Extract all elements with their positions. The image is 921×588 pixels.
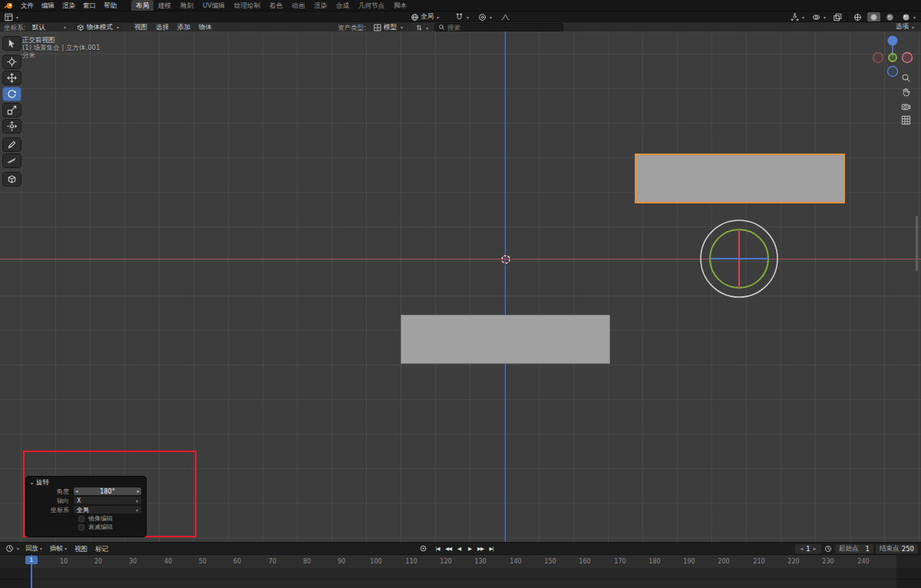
shading-solid-button[interactable] bbox=[867, 12, 880, 21]
axis-z-negative-handle[interactable] bbox=[888, 67, 898, 77]
falloff-checkbox[interactable] bbox=[78, 524, 84, 530]
gizmos-dropdown[interactable]: ▾ bbox=[788, 12, 807, 21]
frame-end-field[interactable]: 结束点 250 bbox=[876, 544, 918, 553]
tool-transform[interactable] bbox=[2, 119, 21, 134]
cube-object[interactable] bbox=[401, 315, 610, 364]
menu-view[interactable]: 视图 bbox=[130, 21, 151, 32]
tool-annotate[interactable] bbox=[2, 137, 21, 152]
tab-modeling[interactable]: 建模 bbox=[154, 0, 176, 11]
snap-toggle-button[interactable]: ▾ bbox=[453, 12, 471, 21]
options-dropdown[interactable]: 选项 ▾ bbox=[893, 22, 916, 31]
frame-start-field[interactable]: 起始点 1 bbox=[835, 544, 873, 553]
viewport-scrollbar[interactable] bbox=[916, 216, 918, 271]
timeline-tracks[interactable] bbox=[0, 569, 921, 588]
axis-dropdown[interactable]: X ▾ bbox=[74, 497, 141, 504]
current-frame-field[interactable]: ◂ 1 ▸ bbox=[795, 544, 821, 553]
tab-animation[interactable]: 动画 bbox=[287, 0, 309, 11]
menu-playback[interactable]: 回放▾ bbox=[21, 543, 46, 554]
tab-rendering[interactable]: 渲染 bbox=[309, 0, 332, 11]
falloff-button[interactable] bbox=[499, 12, 512, 21]
shading-wireframe-button[interactable] bbox=[851, 12, 864, 21]
camera-view-button[interactable] bbox=[900, 100, 912, 112]
tab-compositing[interactable]: 合成 bbox=[332, 0, 354, 11]
overlays-dropdown[interactable]: ▾ bbox=[810, 12, 828, 21]
operator-panel-header[interactable]: ▾ 旋转 bbox=[29, 479, 141, 487]
tab-sculpting[interactable]: 雕刻 bbox=[176, 0, 198, 11]
play-reverse-button[interactable]: ◀ bbox=[454, 544, 464, 553]
rotate-gizmo[interactable] bbox=[697, 216, 781, 301]
transform-orientation-dropdown[interactable]: 全局 ▾ bbox=[408, 12, 441, 21]
tab-layout[interactable]: 布局 bbox=[131, 0, 154, 11]
tool-orientation-dropdown[interactable]: 默认 ▾ bbox=[29, 23, 69, 31]
increment-arrow-icon[interactable]: ▸ bbox=[137, 487, 140, 495]
tool-rotate[interactable] bbox=[2, 87, 21, 101]
axis-x-handle[interactable] bbox=[903, 53, 913, 63]
magnet-icon bbox=[455, 13, 464, 21]
decrement-arrow-icon[interactable]: ◂ bbox=[75, 487, 78, 495]
tool-measure[interactable] bbox=[2, 154, 21, 168]
angle-field[interactable]: ◂ 180° ▸ bbox=[74, 487, 141, 495]
shading-material-button[interactable] bbox=[883, 12, 896, 21]
zoom-button[interactable] bbox=[900, 71, 912, 84]
play-button[interactable]: ▶ bbox=[464, 544, 475, 553]
use-preview-range-button[interactable] bbox=[824, 545, 832, 553]
shading-rendered-button[interactable]: ▾ bbox=[900, 12, 918, 21]
timeline-ruler[interactable]: 10 20 30 40 50 60 70 80 90 100 110 120 1… bbox=[0, 555, 921, 569]
tool-move[interactable] bbox=[2, 71, 21, 85]
asset-search-input[interactable] bbox=[447, 24, 555, 31]
menu-render[interactable]: 渲染 bbox=[58, 0, 79, 11]
tool-cursor[interactable] bbox=[2, 55, 21, 69]
editor-type-button[interactable]: ▾ bbox=[2, 12, 21, 21]
decrement-arrow-icon[interactable]: ◂ bbox=[801, 546, 804, 552]
timeline-editor-type-button[interactable]: ▾ bbox=[3, 544, 21, 553]
menu-marker[interactable]: 标记 bbox=[91, 543, 112, 554]
frame-tick-label: 10 bbox=[60, 558, 68, 565]
menu-keying[interactable]: 插帧▾ bbox=[46, 543, 71, 554]
auto-keyframe-button[interactable] bbox=[417, 544, 430, 553]
blender-logo[interactable] bbox=[4, 1, 14, 11]
proportional-edit-button[interactable]: ▾ bbox=[476, 12, 494, 21]
menu-file[interactable]: 文件 bbox=[17, 0, 38, 11]
mode-dropdown[interactable]: 物体模式 ▾ bbox=[74, 23, 122, 31]
tool-select-box[interactable] bbox=[2, 36, 21, 51]
select-cursor-icon bbox=[7, 38, 17, 48]
tab-shading[interactable]: 着色 bbox=[265, 0, 287, 11]
toggle-view-button[interactable] bbox=[900, 114, 912, 126]
tool-scale[interactable] bbox=[2, 103, 21, 117]
mirror-checkbox[interactable] bbox=[78, 516, 84, 522]
pan-button[interactable] bbox=[900, 86, 912, 98]
tool-add-cube[interactable] bbox=[2, 172, 21, 187]
prev-keyframe-button[interactable]: ◀◀ bbox=[443, 544, 454, 553]
menu-window[interactable]: 窗口 bbox=[79, 0, 100, 11]
axis-y-handle[interactable] bbox=[889, 54, 896, 61]
next-keyframe-button[interactable]: ▶▶ bbox=[475, 544, 486, 553]
cube-object-selected[interactable] bbox=[635, 154, 845, 203]
operator-panel[interactable]: ▾ 旋转 角度 ◂ 180° ▸ 轴向 X ▾ 坐标系 bbox=[25, 476, 147, 537]
viewport-3d[interactable]: 正交前视图 (1) 场景集合 | 立方体.001 分米 ▾ 旋转 角度 ◂ 18… bbox=[0, 31, 921, 542]
xray-toggle-button[interactable] bbox=[831, 12, 844, 21]
menu-view-timeline[interactable]: 视图 bbox=[71, 543, 91, 554]
frame-tick-label: 110 bbox=[405, 558, 417, 565]
tab-scripting[interactable]: 脚本 bbox=[389, 0, 411, 11]
jump-to-start-button[interactable]: |◀ bbox=[432, 544, 443, 553]
end-label: 结束点 bbox=[880, 544, 900, 553]
menu-help[interactable]: 帮助 bbox=[100, 0, 120, 11]
toolbar bbox=[2, 36, 21, 188]
menu-select[interactable]: 选择 bbox=[152, 21, 173, 32]
tab-texture-paint[interactable]: 纹理绘制 bbox=[229, 0, 265, 11]
axis-z-handle[interactable] bbox=[888, 36, 898, 46]
jump-to-end-button[interactable]: ▶| bbox=[486, 544, 497, 553]
chevron-down-icon: ▾ bbox=[824, 15, 826, 20]
menu-add[interactable]: 添加 bbox=[173, 21, 194, 32]
orientation-value: 全局 bbox=[421, 12, 434, 21]
orientation-dropdown[interactable]: 全局 ▾ bbox=[74, 506, 141, 514]
tab-uv-editing[interactable]: UV编辑 bbox=[198, 0, 229, 11]
menu-edit[interactable]: 编辑 bbox=[38, 0, 58, 11]
axis-x-negative-handle[interactable] bbox=[873, 53, 883, 63]
solid-sphere-icon bbox=[870, 13, 878, 21]
tab-geometry-nodes[interactable]: 几何节点 bbox=[354, 0, 389, 11]
menu-object[interactable]: 物体 bbox=[195, 21, 216, 32]
asset-type-dropdown[interactable]: 模型 ▾ bbox=[371, 23, 406, 31]
increment-arrow-icon[interactable]: ▸ bbox=[814, 546, 817, 552]
playhead-badge[interactable]: 1 bbox=[25, 556, 38, 564]
